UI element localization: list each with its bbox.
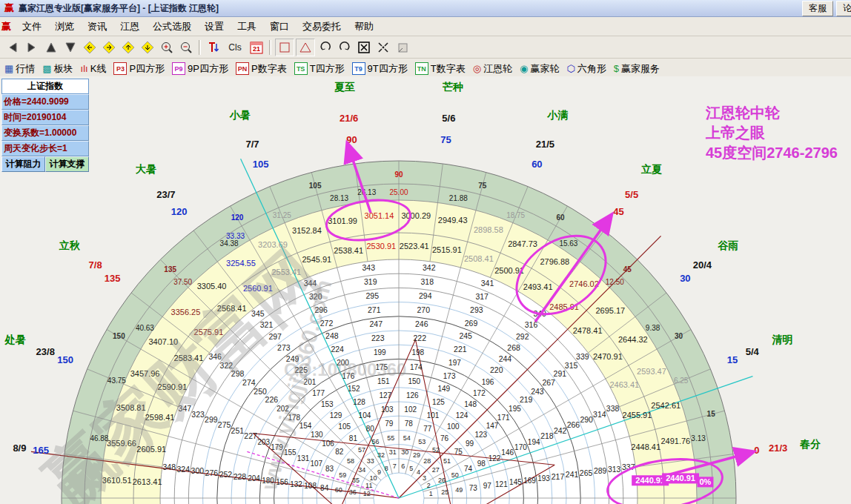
wheel-value-label: 1 — [429, 490, 433, 497]
calc-resistance-button[interactable]: 计算阻力 — [1, 156, 45, 172]
wheel-value-label: 7 — [393, 462, 397, 470]
wheel-value-label: 150 — [408, 377, 420, 385]
center-cross-button[interactable] — [374, 39, 392, 56]
cls-button[interactable]: Cls — [224, 39, 246, 56]
toolbar-item-赢家轮[interactable]: ◉赢家轮 — [520, 62, 559, 76]
wheel-value-label: 338 — [606, 404, 620, 413]
wheel-value-label: 2746.02 — [569, 279, 599, 288]
wheel-value-label: 199 — [374, 348, 386, 357]
menu-item-公式选股[interactable]: 公式选股 — [146, 19, 198, 34]
forum-button[interactable]: 论坛 — [836, 1, 851, 16]
toolbar-item-9T四方形[interactable]: T99T四方形 — [352, 62, 408, 76]
wheel-value-label: 32 — [377, 451, 385, 459]
wheel-value-label: 83 — [325, 465, 334, 473]
wheel-value-label: 3305.40 — [197, 282, 227, 291]
rotate-cw-button[interactable] — [336, 39, 354, 56]
wheel-value-label: 314 — [593, 410, 606, 419]
toolbar-item-六角形[interactable]: ⬡六角形 — [566, 62, 606, 76]
wheel-value-label: 51 — [443, 457, 451, 465]
rotate-ccw-button[interactable] — [317, 39, 334, 56]
wheel-value-label: 3 — [423, 474, 426, 482]
wheel-value-label: 148 — [464, 400, 477, 408]
wheel-value-label: 145 — [509, 478, 522, 486]
wheel-value-label: 221 — [454, 345, 467, 354]
menu-item-文件[interactable]: 文件 — [16, 19, 48, 34]
toolbar-item-赢家服务[interactable]: $赢家服务 — [614, 62, 660, 76]
wheel-value-label: 7/8 — [89, 259, 102, 271]
calc-support-button[interactable]: 计算支撑 — [45, 156, 89, 172]
pin-button[interactable] — [394, 39, 411, 56]
wheel-value-label: 220 — [490, 365, 503, 374]
wheel-value-label: 124 — [456, 411, 468, 420]
next-button[interactable] — [23, 39, 41, 56]
wheel-value-label: 120 — [231, 213, 244, 222]
draw-triangle-button[interactable] — [296, 39, 315, 56]
fit-box-button[interactable] — [355, 39, 373, 56]
wheel-value-label: 18.75 — [506, 211, 525, 219]
shift-right-button[interactable] — [100, 39, 118, 56]
zoom-in-button[interactable] — [158, 39, 176, 56]
annotation-note: 江恩轮中轮 上帝之眼 45度空间2746-2796 — [706, 103, 838, 163]
wheel-value-label: 270 — [417, 305, 430, 314]
wheel-value-label: 谷雨 — [717, 239, 738, 251]
toolbar-item-T数字表[interactable]: TNT数字表 — [415, 62, 466, 76]
menu-item-帮助[interactable]: 帮助 — [348, 19, 380, 34]
wheel-value-label: 275 — [218, 420, 231, 429]
wheel-value-label: 267 — [542, 378, 555, 387]
toolbar-item-P四方形[interactable]: P3P四方形 — [113, 62, 165, 76]
wheel-value-label: 101 — [427, 411, 440, 420]
toolbar-item-T四方形[interactable]: TST四方形 — [294, 62, 345, 76]
wheel-value-label: 317 — [475, 292, 489, 301]
toolbar-item-行情[interactable]: ▦行情 — [4, 62, 35, 76]
menu-item-交易委托[interactable]: 交易委托 — [296, 19, 348, 34]
wheel-value-label: 21.88 — [449, 194, 468, 202]
annotation-line-2: 上帝之眼 — [706, 123, 838, 143]
menu-item-资讯[interactable]: 资讯 — [81, 19, 113, 34]
toolbar-item-K线[interactable]: ılıK线 — [81, 62, 107, 76]
prev-button[interactable] — [4, 39, 21, 56]
calendar-button[interactable]: 21 — [248, 39, 265, 56]
menu-item-工具[interactable]: 工具 — [231, 19, 263, 34]
shift-up-button[interactable] — [119, 39, 137, 56]
toolbar-item-P数字表[interactable]: PNP数字表 — [236, 62, 287, 76]
wheel-value-label: 131 — [297, 454, 310, 462]
wheel-value-label: 82 — [335, 448, 344, 456]
wheel-value-label: 59 — [339, 471, 346, 479]
menu-item-设置[interactable]: 设置 — [198, 19, 231, 34]
up-button[interactable] — [42, 39, 60, 56]
wheel-value-label: 123 — [474, 431, 487, 439]
down-button[interactable] — [62, 39, 79, 56]
service-button[interactable]: 客服 — [802, 1, 833, 16]
shift-left-button[interactable] — [81, 39, 99, 56]
wheel-value-label: 2463.41 — [609, 380, 639, 389]
wheel-value-label: 274 — [242, 378, 256, 387]
shift-down-button[interactable] — [139, 39, 156, 56]
draw-square-button[interactable] — [275, 39, 294, 56]
wheel-value-label: 103 — [381, 405, 394, 414]
wheel-value-label: 33 — [367, 457, 374, 465]
main-toolbar: Cls 21 — [0, 36, 851, 59]
wheel-value-label: 2949.43 — [438, 216, 468, 225]
wheel-value-label: 90 — [394, 170, 403, 179]
t-down-button[interactable] — [205, 39, 222, 56]
menu-item-江恩[interactable]: 江恩 — [113, 19, 146, 34]
wheel-value-label: 2796.88 — [540, 257, 569, 266]
toolbar-item-江恩轮[interactable]: ◎江恩轮 — [473, 62, 512, 76]
menu-item-窗口[interactable]: 窗口 — [263, 19, 296, 34]
wheel-value-label: 5 — [409, 465, 413, 472]
wheel-value-label: 31.25 — [273, 211, 291, 219]
wheel-value-label: 313 — [608, 465, 621, 474]
toolbar-item-9P四方形[interactable]: P99P四方形 — [172, 62, 228, 76]
menu-item-浏览[interactable]: 浏览 — [48, 19, 81, 34]
wheel-value-label: 318 — [421, 277, 434, 286]
K线-icon: ılı — [81, 63, 88, 74]
wheel-value-label: 99 — [466, 440, 474, 448]
wheel-value-label: 105 — [253, 159, 269, 170]
wheel-value-label: 268 — [507, 343, 520, 352]
wheel-value-label: 5/5 — [625, 189, 638, 200]
info-row-1: 时间=20190104 — [1, 110, 89, 125]
zoom-out-button[interactable] — [177, 39, 195, 56]
wheel-value-label: 2515.91 — [432, 245, 462, 254]
toolbar-item-板块[interactable]: ▩板块 — [42, 62, 73, 76]
wheel-value-label: 291 — [554, 369, 567, 378]
